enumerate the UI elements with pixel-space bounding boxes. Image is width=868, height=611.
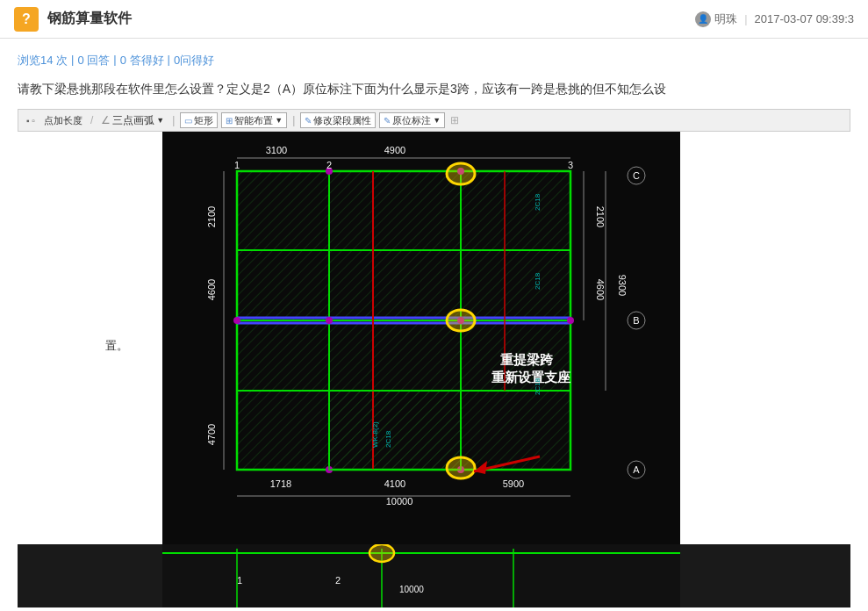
toolbar-sep3: | — [292, 114, 295, 126]
app-title: 钢筋算量软件 — [47, 10, 132, 28]
svg-point-58 — [447, 310, 475, 331]
svg-text:1: 1 — [237, 575, 242, 586]
sep1: | — [71, 53, 74, 68]
datetime: 2017-03-07 09:39:3 — [755, 12, 854, 25]
smart-layout-label: 智能布置 — [234, 114, 273, 127]
app-header: ? 钢筋算量软件 👤 明珠 | 2017-03-07 09:39:3 — [0, 0, 868, 39]
svg-text:2C18: 2C18 — [534, 273, 542, 291]
left-side-text: 置。 — [105, 338, 128, 354]
question-title: 请教下梁悬挑那段在软件里怎么设置？定义是2（A）原位标注下面为什么显示是3跨，应… — [18, 79, 850, 98]
user-avatar-icon: 👤 — [695, 11, 711, 27]
svg-point-17 — [326, 317, 333, 324]
toolbar-icon-area: ▪ ▫ — [24, 115, 38, 126]
svg-text:1: 1 — [234, 160, 240, 170]
svg-point-76 — [369, 544, 394, 562]
svg-text:4600: 4600 — [206, 279, 217, 300]
main-content: 浏览14 次 | 0 回答 | 0 答得好 | 0问得好 请教下梁悬挑那段在软件… — [0, 39, 868, 611]
svg-point-19 — [233, 317, 240, 324]
svg-text:2C18: 2C18 — [534, 378, 542, 396]
logo-symbol: ? — [22, 11, 31, 27]
dropdown-icon3: ▼ — [433, 116, 441, 125]
original-mark-btn[interactable]: ✎ 原位标注 ▼ — [379, 112, 445, 128]
header-separator1: | — [744, 12, 747, 25]
svg-text:2C18: 2C18 — [384, 431, 392, 449]
svg-text:5900: 5900 — [503, 478, 524, 489]
svg-text:重提梁跨: 重提梁跨 — [500, 352, 554, 367]
toolbar-sep4: ⊞ — [450, 114, 459, 126]
svg-text:B: B — [633, 315, 639, 326]
cad-toolbar: ▪ ▫ 点加长度 / ∠ 三点画弧 ▼ | ▭ 矩形 ⊞ 智能布置 ▼ | ✎ — [18, 109, 850, 132]
user-info: 👤 明珠 | 2017-03-07 09:39:3 — [695, 11, 854, 27]
svg-text:C: C — [633, 170, 640, 181]
svg-text:1718: 1718 — [270, 478, 291, 489]
header-right: 👤 明珠 | 2017-03-07 09:39:3 — [695, 11, 854, 27]
answer-count: 0 回答 — [77, 53, 110, 68]
svg-text:A: A — [633, 464, 640, 475]
three-point-arc-btn[interactable]: ∠ 三点画弧 ▼ — [98, 112, 167, 129]
stats-bar: 浏览14 次 | 0 回答 | 0 答得好 | 0问得好 — [18, 53, 850, 68]
svg-text:WK-8(2): WK-8(2) — [371, 421, 379, 448]
svg-text:2: 2 — [335, 575, 341, 586]
three-point-arc-label: 三点画弧 — [112, 113, 154, 128]
rect-label: 矩形 — [194, 114, 213, 127]
svg-text:3: 3 — [568, 160, 573, 170]
svg-text:4600: 4600 — [595, 279, 606, 300]
svg-point-57 — [447, 163, 475, 184]
modify-beam-label: 修改梁段属性 — [313, 114, 371, 127]
svg-text:3100: 3100 — [266, 145, 287, 155]
sep3: | — [168, 53, 170, 68]
modify-beam-btn[interactable]: ✎ 修改梁段属性 — [300, 112, 376, 128]
svg-text:9300: 9300 — [617, 275, 628, 296]
svg-text:重新设置支座: 重新设置支座 — [491, 370, 571, 385]
svg-rect-23 — [329, 391, 461, 470]
svg-text:10000: 10000 — [399, 585, 424, 594]
svg-text:2100: 2100 — [206, 206, 217, 227]
browse-count: 浏览14 次 — [18, 53, 68, 68]
svg-text:2C18: 2C18 — [534, 194, 542, 212]
learn-count: 0问得好 — [174, 53, 214, 68]
question-text: 请教下梁悬挑那段在软件里怎么设置？定义是2（A）原位标注下面为什么显示是3跨，应… — [18, 82, 666, 96]
toolbar-sep1: / — [90, 114, 93, 126]
cad-drawing: 3100 4900 2100 4600 4700 2100 4600 — [162, 132, 680, 544]
toolbar-sep2: | — [172, 114, 175, 126]
header-left: ? 钢筋算量软件 — [14, 7, 132, 32]
original-mark-label: 原位标注 — [392, 114, 431, 127]
sep2: | — [113, 53, 116, 68]
cad-svg: 3100 4900 2100 4600 4700 2100 4600 — [162, 132, 680, 544]
good-count: 0 答得好 — [120, 53, 164, 68]
bottom-svg: 1 2 10000 — [162, 544, 680, 607]
svg-text:10000: 10000 — [386, 496, 413, 507]
svg-point-20 — [567, 317, 574, 324]
svg-text:2: 2 — [326, 160, 332, 170]
svg-point-59 — [447, 457, 475, 478]
user-name: 明珠 — [714, 11, 737, 27]
bottom-strip: 1 2 10000 — [18, 544, 850, 607]
app-logo: ? — [14, 7, 39, 32]
svg-text:2100: 2100 — [595, 206, 606, 227]
rect-btn[interactable]: ▭ 矩形 — [180, 112, 218, 128]
add-length-label: 点加长度 — [44, 114, 82, 127]
svg-text:4100: 4100 — [384, 478, 405, 489]
page-wrapper: ? 钢筋算量软件 👤 明珠 | 2017-03-07 09:39:3 浏览14 … — [0, 0, 868, 611]
svg-text:4700: 4700 — [206, 424, 217, 445]
svg-text:4900: 4900 — [384, 145, 405, 155]
dropdown-icon2: ▼ — [275, 116, 283, 125]
dropdown-icon1: ▼ — [156, 116, 164, 125]
smart-layout-btn[interactable]: ⊞ 智能布置 ▼ — [221, 112, 287, 128]
add-length-btn[interactable]: 点加长度 — [41, 113, 85, 128]
